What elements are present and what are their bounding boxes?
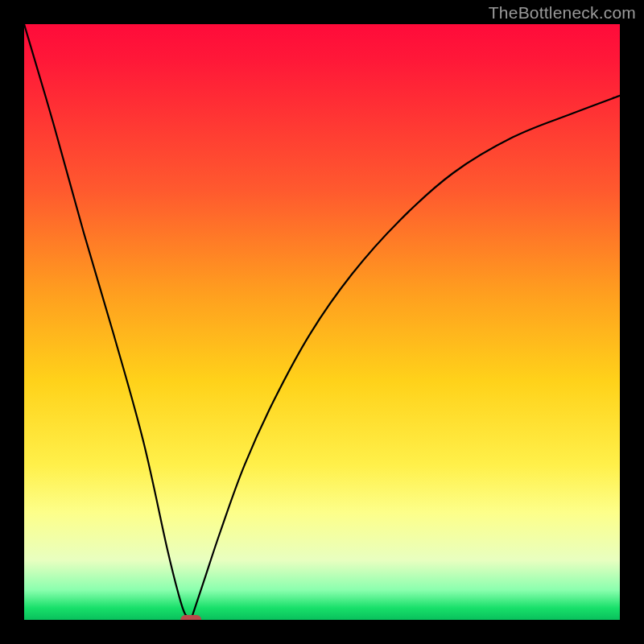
watermark-text: TheBottleneck.com bbox=[489, 3, 636, 23]
curve-left-branch bbox=[24, 24, 191, 620]
chart-frame: TheBottleneck.com bbox=[0, 0, 644, 644]
curve-layer bbox=[24, 24, 620, 620]
plot-area bbox=[24, 24, 620, 620]
curve-right-branch bbox=[191, 96, 620, 620]
minimum-marker bbox=[180, 615, 201, 620]
